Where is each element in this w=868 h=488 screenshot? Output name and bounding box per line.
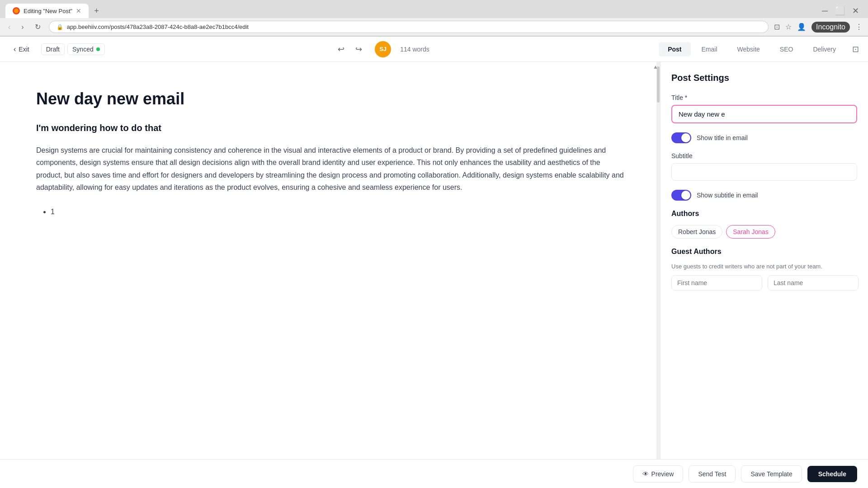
title-label: Title * <box>671 94 857 101</box>
settings-panel: Post Settings Title * Show title in emai… <box>660 62 868 481</box>
tab-website[interactable]: Website <box>728 42 769 56</box>
refresh-button[interactable]: ↻ <box>32 22 43 32</box>
back-button[interactable]: ‹ <box>5 22 13 32</box>
menu-icon[interactable]: ⋮ <box>855 23 863 31</box>
show-title-toggle-row: Show title in email <box>671 132 857 143</box>
address-bar: ‹ › ↻ 🔒 app.beehiiv.com/posts/478a23a8-2… <box>0 18 868 36</box>
forward-button[interactable]: › <box>19 22 26 32</box>
authors-label: Authors <box>671 210 857 218</box>
lock-icon: 🔒 <box>57 24 63 30</box>
tab-favicon <box>13 7 20 14</box>
minimize-icon[interactable]: ─ <box>822 6 828 16</box>
bottom-bar: 👁 Preview Send Test Save Template Schedu… <box>0 459 868 488</box>
main-layout: New day new email I'm wondering how to d… <box>0 62 868 481</box>
maximize-icon[interactable]: ⬜ <box>835 6 845 16</box>
draft-badge: Draft Synced <box>41 43 105 55</box>
author-robert-jonas[interactable]: Robert Jonas <box>671 225 722 239</box>
show-title-label: Show title in email <box>697 134 748 141</box>
guest-authors-label: Guest Authors <box>671 248 857 256</box>
send-test-button[interactable]: Send Test <box>689 465 736 483</box>
tab-seo[interactable]: SEO <box>771 42 802 56</box>
post-subtitle[interactable]: I'm wondering how to do that <box>36 123 624 133</box>
close-window-icon[interactable]: ✕ <box>852 6 859 16</box>
editor-scrollbar[interactable] <box>656 62 660 481</box>
editor-scroll-area: New day new email I'm wondering how to d… <box>0 62 660 481</box>
nav-tabs: Post Email Website SEO Delivery <box>659 42 845 56</box>
tab-post[interactable]: Post <box>659 42 690 56</box>
subtitle-label: Subtitle <box>671 152 857 160</box>
synced-dot-icon <box>96 47 100 51</box>
app-header: ‹ Exit Draft Synced ↩ ↪ SJ 114 words Pos… <box>0 37 868 62</box>
incognito-badge[interactable]: Incognito <box>811 22 850 33</box>
schedule-button[interactable]: Schedule <box>807 466 857 482</box>
chevron-left-icon: ‹ <box>14 45 16 53</box>
show-subtitle-toggle[interactable] <box>671 190 691 201</box>
author-sarah-jonas[interactable]: Sarah Jonas <box>726 225 775 239</box>
post-body[interactable]: Design systems are crucial for maintaini… <box>36 144 624 193</box>
guest-last-name-input[interactable] <box>768 275 859 291</box>
save-template-button[interactable]: Save Template <box>741 465 802 483</box>
synced-status[interactable]: Synced <box>67 43 105 55</box>
authors-list: Robert Jonas Sarah Jonas <box>671 225 857 239</box>
settings-panel-title: Post Settings <box>671 73 857 83</box>
toggle-thumb-subtitle <box>681 191 690 200</box>
eye-icon: 👁 <box>642 470 649 478</box>
tab-close-button[interactable]: ✕ <box>76 7 81 14</box>
guest-first-name-input[interactable] <box>671 275 762 291</box>
url-bar[interactable]: 🔒 app.beehiiv.com/posts/478a23a8-2087-42… <box>49 21 769 33</box>
tab-bar: Editing "New Post" ✕ + ─ ⬜ ✕ <box>0 0 868 18</box>
profile-icon[interactable]: 👤 <box>797 23 806 31</box>
undo-button[interactable]: ↩ <box>334 42 348 56</box>
title-input[interactable] <box>671 105 857 123</box>
tab-title: Editing "New Post" <box>24 8 72 14</box>
new-tab-button[interactable]: + <box>90 5 103 18</box>
subtitle-field-group: Subtitle <box>671 152 857 181</box>
url-text: app.beehiiv.com/posts/478a23a8-2087-424c… <box>67 23 249 30</box>
post-title[interactable]: New day new email <box>36 89 624 108</box>
bullet-list: 1 <box>36 208 624 216</box>
user-avatar[interactable]: SJ <box>375 41 391 57</box>
title-field-group: Title * <box>671 94 857 123</box>
word-count: 114 words <box>400 46 429 53</box>
tab-email[interactable]: Email <box>693 42 726 56</box>
exit-label: Exit <box>19 46 29 53</box>
header-center: ↩ ↪ SJ 114 words <box>112 41 651 57</box>
subtitle-input[interactable] <box>671 163 857 181</box>
browser-chrome: Editing "New Post" ✕ + ─ ⬜ ✕ ‹ › ↻ 🔒 app… <box>0 0 868 37</box>
bookmark-icon[interactable]: ☆ <box>785 23 792 31</box>
show-title-toggle[interactable] <box>671 132 691 143</box>
scrollbar-thumb[interactable] <box>657 66 660 103</box>
draft-label[interactable]: Draft <box>41 43 65 55</box>
active-tab[interactable]: Editing "New Post" ✕ <box>5 4 89 18</box>
toggle-thumb <box>681 133 690 142</box>
synced-text: Synced <box>72 46 94 53</box>
guest-authors-desc: Use guests to credit writers who are not… <box>671 263 857 270</box>
exit-button[interactable]: ‹ Exit <box>9 42 34 56</box>
scroll-up-arrow[interactable]: ▲ <box>653 64 658 70</box>
show-subtitle-label: Show subtitle in email <box>697 192 758 199</box>
browser-actions: ⊡ ☆ 👤 Incognito ⋮ <box>774 22 863 33</box>
collapse-panel-button[interactable]: ⊡ <box>852 44 859 54</box>
guest-author-inputs <box>671 275 857 291</box>
redo-button[interactable]: ↪ <box>352 42 366 56</box>
show-subtitle-toggle-row: Show subtitle in email <box>671 190 857 201</box>
editor-area[interactable]: New day new email I'm wondering how to d… <box>0 62 660 243</box>
authors-group: Authors Robert Jonas Sarah Jonas <box>671 210 857 239</box>
tab-delivery[interactable]: Delivery <box>804 42 845 56</box>
list-item: 1 <box>51 208 624 216</box>
preview-button[interactable]: 👁 Preview <box>633 465 684 483</box>
undo-redo-controls: ↩ ↪ <box>334 42 366 56</box>
cast-icon[interactable]: ⊡ <box>774 23 780 31</box>
guest-authors-section: Guest Authors Use guests to credit write… <box>671 248 857 291</box>
